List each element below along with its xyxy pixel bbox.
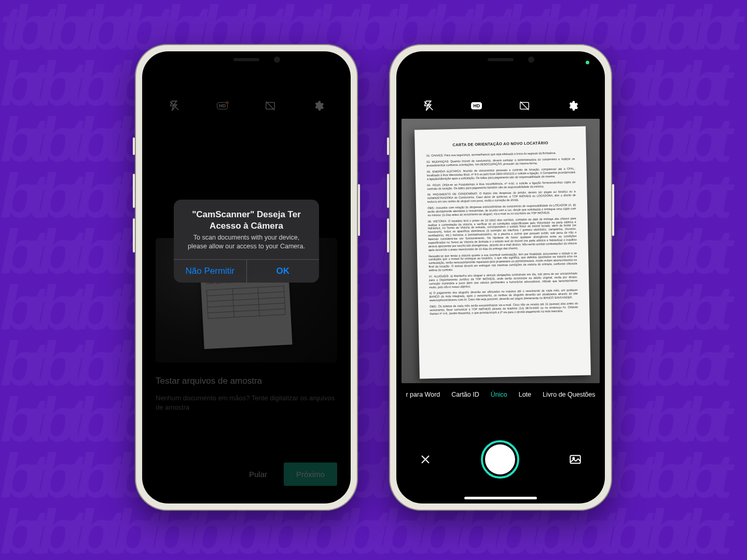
settings-icon[interactable] [565, 98, 580, 114]
doc-heading: CARTA DE ORIENTAÇÃO AO NOVO LOCATÁRIO [426, 140, 575, 148]
permission-dialog-backdrop: "CamScanner" Deseja Ter Acesso à Câmera … [142, 51, 351, 503]
hd-toggle[interactable]: HD [469, 98, 485, 114]
scanned-document-preview: CARTA DE ORIENTAÇÃO AO NOVO LOCATÁRIO 01… [414, 127, 591, 379]
mode-word[interactable]: r para Word [406, 391, 440, 398]
camera-permission-dialog: "CamScanner" Deseja Ter Acesso à Câmera … [174, 200, 319, 282]
mode-single[interactable]: Único [491, 391, 507, 398]
camera-viewfinder: CARTA DE ORIENTAÇÃO AO NOVO LOCATÁRIO 01… [402, 119, 600, 383]
flash-off-icon[interactable] [421, 98, 436, 114]
mode-questionbook[interactable]: Livro de Questões [543, 391, 595, 398]
notch [197, 51, 296, 68]
phone-right: HD CARTA DE ORIENTAÇÃO AO NOVO LOCATÁRIO… [389, 44, 612, 511]
close-button[interactable] [419, 453, 432, 466]
mode-idcard[interactable]: Cartão ID [451, 391, 479, 398]
hd-label: HD [473, 103, 480, 108]
dialog-ok-button[interactable]: OK [247, 260, 320, 283]
camera-toolbar: HD [396, 98, 605, 114]
camera-controls [396, 431, 605, 488]
dialog-message: To scan documents with your device, plea… [174, 233, 319, 259]
home-indicator[interactable] [464, 497, 537, 499]
scan-mode-selector[interactable]: r para Word Cartão ID Único Lote Livro d… [396, 391, 605, 398]
gallery-button[interactable] [569, 453, 582, 466]
phone-left: HD Lorem ipsum dolor sit amet consectetu… [135, 44, 358, 511]
camera-active-indicator [586, 61, 589, 64]
dialog-deny-button[interactable]: Não Permitir [174, 260, 247, 283]
mode-batch[interactable]: Lote [519, 391, 531, 398]
grid-off-icon[interactable] [517, 98, 532, 114]
notch [451, 51, 550, 68]
shutter-button[interactable] [481, 440, 519, 479]
dialog-title: "CamScanner" Deseja Ter Acesso à Câmera [174, 200, 319, 233]
